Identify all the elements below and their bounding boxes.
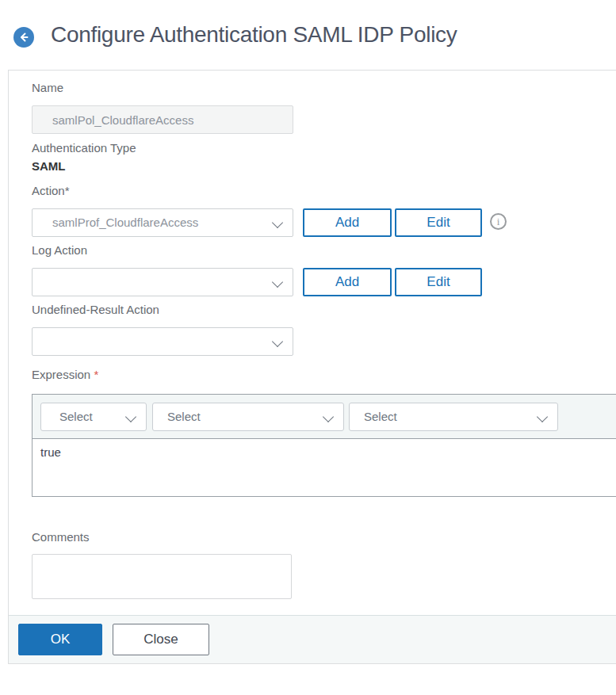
configure-saml-idp-policy-page: Configure Authentication SAML IDP Policy… xyxy=(0,0,616,695)
close-button[interactable]: Close xyxy=(113,624,209,655)
expression-select-3[interactable]: Select xyxy=(349,403,558,431)
action-add-button[interactable]: Add xyxy=(303,208,392,237)
expression-select-1[interactable]: Select xyxy=(40,403,147,431)
chevron-down-icon xyxy=(537,411,548,422)
comments-input[interactable] xyxy=(32,554,292,599)
expression-select-3-value: Select xyxy=(364,410,397,423)
action-dropdown[interactable]: samlProf_CloudflareAccess xyxy=(32,208,293,237)
expression-select-2[interactable]: Select xyxy=(152,403,344,431)
chevron-down-icon xyxy=(272,217,283,228)
log-action-dropdown[interactable] xyxy=(32,268,293,296)
ok-button[interactable]: OK xyxy=(18,624,102,655)
info-icon[interactable]: i xyxy=(490,213,507,230)
action-edit-button[interactable]: Edit xyxy=(395,208,482,237)
chevron-down-icon xyxy=(323,411,334,422)
log-action-edit-button[interactable]: Edit xyxy=(395,268,482,296)
authentication-type-value: SAML xyxy=(32,159,66,173)
form-footer: OK Close xyxy=(9,615,616,663)
expression-input[interactable]: true xyxy=(33,439,616,496)
back-button[interactable] xyxy=(13,27,34,48)
required-asterisk: * xyxy=(94,368,98,381)
action-dropdown-value: samlProf_CloudflareAccess xyxy=(52,216,198,229)
log-action-add-button[interactable]: Add xyxy=(303,268,392,296)
chevron-down-icon xyxy=(272,336,283,347)
chevron-down-icon xyxy=(272,277,283,288)
expression-select-2-value: Select xyxy=(167,410,201,423)
page-header: Configure Authentication SAML IDP Policy xyxy=(0,0,616,70)
name-input xyxy=(32,105,293,134)
authentication-type-label: Authentication Type xyxy=(32,141,136,155)
form-panel: Name Authentication Type SAML Action* sa… xyxy=(8,70,616,664)
action-label: Action* xyxy=(32,184,70,197)
expression-label-text: Expression xyxy=(32,368,90,381)
expression-editor: Select Select Select true xyxy=(32,394,616,497)
page-title: Configure Authentication SAML IDP Policy xyxy=(51,22,457,48)
arrow-left-icon xyxy=(18,32,29,43)
log-action-label: Log Action xyxy=(32,243,87,257)
expression-select-1-value: Select xyxy=(59,410,93,423)
expression-label: Expression * xyxy=(32,368,98,381)
expression-toolbar: Select Select Select xyxy=(33,395,616,439)
undefined-result-action-dropdown[interactable] xyxy=(32,327,293,356)
comments-label: Comments xyxy=(32,530,90,544)
chevron-down-icon xyxy=(125,411,136,422)
name-label: Name xyxy=(32,81,63,94)
undefined-result-action-label: Undefined-Result Action xyxy=(32,303,159,316)
